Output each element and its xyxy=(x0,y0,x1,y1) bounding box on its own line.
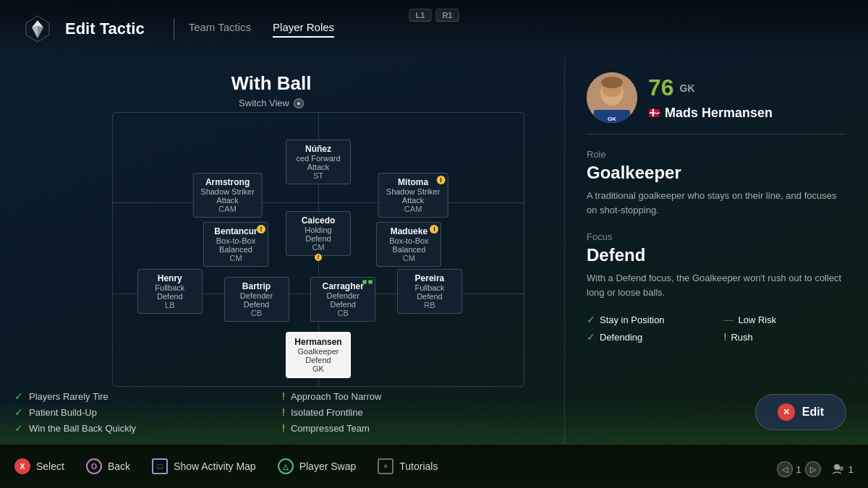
player-card-bentancur[interactable]: !BentancurBox-to-BoxBalancedCM xyxy=(203,222,268,267)
nav-arrow-right[interactable]: ▷ xyxy=(805,461,821,477)
player-focus-carragher: Defend xyxy=(318,300,367,309)
trait-stay-in-position: ✓Stay in Position xyxy=(587,314,710,325)
player-info-header: 76 GK 🇩🇰 Mads Hermansen xyxy=(648,74,846,121)
bottom-btn-select[interactable]: X Select xyxy=(14,458,64,474)
player-rating: 76 xyxy=(648,74,674,101)
player-pos-hermansen: GK xyxy=(294,364,342,373)
player-name-henry: Henry xyxy=(145,273,195,283)
players-count: 1 xyxy=(848,464,854,475)
player-name-madueke: Madueke xyxy=(384,226,433,236)
player-pos-armstrong: CAM xyxy=(200,205,255,213)
svg-point-8 xyxy=(839,466,843,471)
indicator-patient-build-up: ✓Patient Build-Up xyxy=(14,406,253,418)
indicator-win-the-ball-back-quickly: ✓Win the Ball Back Quickly xyxy=(14,422,253,434)
player-name-caicedo: Caicedo xyxy=(294,215,343,226)
player-name-bentancur: Bentancur xyxy=(211,226,260,236)
player-focus-caicedo: Defend xyxy=(294,234,343,243)
player-card-carragher[interactable]: CarragherDefenderDefendCB xyxy=(310,277,375,322)
player-focus-madueke: Balanced xyxy=(384,245,433,254)
btn-label-tutorials: Tutorials xyxy=(399,461,438,472)
player-focus-bentancur: Balanced xyxy=(211,245,260,254)
bottom-btn-activity-map[interactable]: □ Show Activity Map xyxy=(152,458,256,474)
page-title: Edit Tactic xyxy=(65,20,145,38)
player-focus-bartrip: Defend xyxy=(232,300,281,309)
player-focus-henry: Defend xyxy=(145,292,195,301)
player-role-armstrong: Shadow Striker xyxy=(200,187,255,196)
player-pos-pereira: RB xyxy=(405,301,454,309)
formation-field: Núñezced ForwardAttackSTArmstrongShadow … xyxy=(112,112,524,387)
nav-tabs: Team Tactics Player Roles xyxy=(189,21,334,38)
player-name-mitoma: Mitoma xyxy=(386,177,441,187)
player-card-madueke[interactable]: !MaduekeBox-to-BoxBalancedCM xyxy=(376,222,441,267)
view-title: With Ball xyxy=(0,72,542,95)
player-card-nunez[interactable]: Núñezced ForwardAttackST xyxy=(286,140,351,184)
svg-point-7 xyxy=(834,464,840,470)
player-role-bentancur: Box-to-Box xyxy=(211,236,260,245)
player-full-name: Mads Hermansen xyxy=(665,106,773,121)
indicator-isolated-frontline: !Isolated Frontline xyxy=(282,406,521,418)
page-number: 1 xyxy=(796,464,801,475)
bottom-btn-player-swap[interactable]: △ Player Swap xyxy=(278,458,357,474)
ctrl-tutorials: ≡ xyxy=(378,458,393,474)
bottom-btn-back[interactable]: O Back xyxy=(86,458,130,474)
player-avatar: GK xyxy=(587,72,637,123)
btn-label-activity-map: Show Activity Map xyxy=(174,461,256,472)
player-card-mitoma[interactable]: !MitomaShadow StrikerAttackCAM xyxy=(378,173,448,218)
btn-label-back: Back xyxy=(108,461,130,472)
player-card-armstrong[interactable]: ArmstrongShadow StrikerAttackCAM xyxy=(192,173,263,218)
player-flag: 🇩🇰 xyxy=(648,107,660,119)
trait-defending: ✓Defending xyxy=(587,331,710,343)
indicator-players-rarely-tire: ✓Players Rarely Tire xyxy=(14,390,253,402)
indicators-section: ✓Players Rarely Tire!Approach Too Narrow… xyxy=(14,390,521,434)
player-pos-mitoma: CAM xyxy=(386,205,441,213)
player-name-carragher: Carragher xyxy=(318,281,367,291)
x-icon: ✕ xyxy=(778,403,795,421)
bottom-bar: X Select O Back □ Show Activity Map △ Pl… xyxy=(0,445,868,488)
player-role-hermansen: Goalkeeper xyxy=(294,347,342,356)
role-desc: A traditional goalkeeper who stays on th… xyxy=(587,189,846,217)
player-position: GK xyxy=(680,82,695,94)
switch-view-label: Switch View xyxy=(239,98,289,108)
bottom-btn-tutorials[interactable]: ≡ Tutorials xyxy=(378,458,438,474)
focus-label: Focus xyxy=(587,231,846,242)
player-pos-nunez: ST xyxy=(294,171,343,180)
right-panel: GK 76 GK 🇩🇰 Mads Hermansen Role Goalkeep… xyxy=(564,58,868,445)
players-nav: 1 xyxy=(832,463,854,476)
rating-row: 76 GK xyxy=(648,74,846,101)
player-role-caicedo: Holding xyxy=(294,226,343,234)
player-pos-madueke: CM xyxy=(384,254,433,262)
player-role-nunez: ced Forward xyxy=(294,154,343,163)
role-label: Role xyxy=(587,149,846,160)
bottom-right-nav: ◁ 1 ▷ 1 xyxy=(777,461,854,477)
player-name-hermansen: Hermansen xyxy=(294,337,342,347)
focus-title: Defend xyxy=(587,245,846,265)
nav-arrow-left[interactable]: ◁ xyxy=(777,461,793,477)
player-name-bartrip: Bartrip xyxy=(232,281,281,291)
ctrl-select: X xyxy=(14,458,30,474)
ctrl-activity-map: □ xyxy=(152,458,168,474)
app-logo xyxy=(22,13,54,46)
tab-player-roles[interactable]: Player Roles xyxy=(273,21,334,38)
player-role-henry: Fullback xyxy=(145,283,195,292)
player-card-bartrip[interactable]: BartripDefenderDefendCB xyxy=(224,277,289,322)
header-divider xyxy=(174,18,174,40)
player-role-madueke: Box-to-Box xyxy=(384,236,433,245)
player-pos-caicedo: CM xyxy=(294,243,343,252)
player-focus-armstrong: Attack xyxy=(200,196,255,205)
tab-team-tactics[interactable]: Team Tactics xyxy=(189,21,251,38)
player-pos-henry: LB xyxy=(145,301,195,309)
player-card-pereira[interactable]: PereiraFullbackDefendRB xyxy=(397,269,462,314)
player-role-carragher: Defender xyxy=(318,291,367,300)
switch-view[interactable]: Switch View ● xyxy=(0,98,542,108)
player-name-nunez: Núñez xyxy=(294,144,343,154)
player-card-caicedo[interactable]: !CaicedoHoldingDefendCM xyxy=(286,211,351,256)
player-card-hermansen[interactable]: HermansenGoalkeeperDefendGK xyxy=(286,332,351,378)
edit-button[interactable]: ✕ Edit xyxy=(755,394,846,430)
player-focus-mitoma: Attack xyxy=(386,196,441,205)
svg-point-4 xyxy=(601,77,623,88)
trait-low-risk: —Low Risk xyxy=(724,314,847,325)
player-focus-pereira: Defend xyxy=(405,292,454,301)
btn-label-player-swap: Player Swap xyxy=(299,461,357,472)
player-card-henry[interactable]: HenryFullbackDefendLB xyxy=(137,269,203,314)
player-pos-carragher: CB xyxy=(318,309,367,317)
